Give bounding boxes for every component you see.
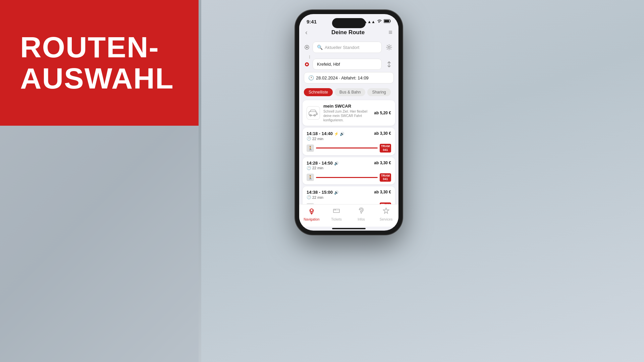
route-time-1: 14:28 - 14:50 🔊 🕐 22 min	[307, 161, 339, 170]
phone-screen: 9:41 ▲▲▲ ‹ Deine Route ≡	[299, 14, 398, 231]
screen-title: Deine Route	[331, 29, 365, 36]
status-time: 9:41	[307, 19, 317, 24]
battery-icon	[384, 19, 391, 24]
bottom-left-panel	[0, 126, 199, 362]
route-time-range-0: 14:18 - 14:40 ⚡ 🔊	[307, 131, 344, 136]
nav-item-services[interactable]: Services	[374, 207, 398, 221]
settings-icon-origin[interactable]	[384, 43, 394, 52]
destination-row: Krefeld, Hbf	[304, 59, 394, 70]
route-duration-2: 🕐 22 min	[307, 195, 339, 199]
hero-title: ROUTEN- AUSWAHL	[20, 32, 174, 94]
route-duration-1: 🕐 22 min	[307, 166, 339, 170]
route-item-0[interactable]: 14:18 - 14:40 ⚡ 🔊 🕐 22 min ab 3,30 € 🚶	[303, 128, 395, 155]
swcar-description: Schnell zum Ziel. Hier flexibel deine me…	[323, 109, 371, 122]
date-row[interactable]: 🕐 28.02.2024 · Abfahrt: 14:09	[304, 72, 394, 83]
route-duration-0: 🕐 22 min	[307, 136, 344, 141]
origin-input[interactable]: 🔍 Aktueller Standort	[313, 42, 382, 53]
services-nav-icon	[382, 207, 390, 217]
status-icons: ▲▲▲	[363, 19, 391, 24]
route-bottom-0: 🚶 TRAM041	[307, 142, 391, 153]
swap-icon[interactable]	[384, 60, 394, 69]
route-price-1: ab 3,30 €	[374, 161, 391, 165]
clock-icon: 🕐	[308, 75, 314, 80]
svg-point-3	[306, 47, 308, 48]
destination-dot-icon	[304, 61, 310, 67]
route-item-2[interactable]: 14:38 - 15:00 🔊 🕐 22 min ab 3,30 € 🚶	[303, 186, 395, 204]
tickets-nav-icon	[333, 207, 340, 217]
back-button[interactable]: ‹	[305, 28, 308, 36]
search-icon: 🔍	[317, 45, 323, 50]
tab-sharing[interactable]: Sharing	[367, 88, 390, 96]
swcar-info: mein SWCAR Schnell zum Ziel. Hier flexib…	[323, 104, 371, 122]
swcar-vehicle-icon	[307, 106, 320, 120]
route-price-2: ab 3,30 €	[374, 190, 391, 194]
svg-point-11	[335, 209, 336, 210]
route-line-1	[316, 177, 378, 178]
route-top-1: 14:28 - 14:50 🔊 🕐 22 min ab 3,30 €	[307, 161, 391, 170]
menu-button[interactable]: ≡	[388, 28, 392, 36]
infos-nav-label: Infos	[358, 218, 365, 221]
tab-schnelliste[interactable]: Schnelliste	[304, 88, 333, 96]
wifi-icon	[377, 19, 382, 24]
destination-input[interactable]: Krefeld, Hbf	[313, 59, 382, 70]
bottom-nav: Navigation Tickets Infos	[299, 204, 398, 227]
phone-device: 9:41 ▲▲▲ ‹ Deine Route ≡	[295, 10, 402, 235]
search-area: 🔍 Aktueller Standort	[299, 40, 398, 85]
svg-point-10	[310, 209, 313, 212]
svg-point-6	[306, 63, 308, 65]
route-time-0: 14:18 - 14:40 ⚡ 🔊 🕐 22 min	[307, 131, 344, 141]
route-line-0	[316, 147, 378, 148]
background-people	[201, 0, 644, 362]
tram-badge-1: TRAM041	[380, 173, 391, 182]
route-bottom-2: 🚶 TRAM041	[307, 201, 391, 204]
infos-nav-icon	[358, 207, 365, 217]
walk-icon-0: 🚶	[307, 144, 314, 152]
services-nav-label: Services	[380, 218, 392, 221]
hero-title-line2: AUSWAHL	[20, 62, 174, 95]
nav-item-navigation[interactable]: Navigation	[299, 207, 324, 221]
destination-value-text: Krefeld, Hbf	[317, 62, 340, 67]
nav-item-tickets[interactable]: Tickets	[324, 207, 349, 221]
route-time-2: 14:38 - 15:00 🔊 🕐 22 min	[307, 190, 339, 199]
route-top-2: 14:38 - 15:00 🔊 🕐 22 min ab 3,30 €	[307, 190, 391, 199]
swcar-card[interactable]: mein SWCAR Schnell zum Ziel. Hier flexib…	[303, 100, 395, 126]
route-price-0: ab 3,30 €	[374, 131, 391, 136]
svg-point-12	[361, 213, 362, 214]
origin-dot-icon	[304, 44, 310, 50]
route-item-1[interactable]: 14:28 - 14:50 🔊 🕐 22 min ab 3,30 € 🚶	[303, 157, 395, 185]
home-indicator	[332, 228, 366, 229]
route-top-0: 14:18 - 14:40 ⚡ 🔊 🕐 22 min ab 3,30 €	[307, 131, 391, 141]
dynamic-island	[332, 18, 366, 28]
navigation-nav-icon	[308, 207, 315, 217]
tram-badge-0: TRAM041	[380, 144, 391, 153]
route-bottom-1: 🚶 TRAM041	[307, 172, 391, 183]
nav-item-infos[interactable]: Infos	[349, 207, 374, 221]
hero-panel: ROUTEN- AUSWAHL	[0, 0, 199, 126]
swcar-title: mein SWCAR	[323, 104, 371, 109]
svg-rect-1	[384, 20, 389, 22]
walk-icon-1: 🚶	[307, 174, 314, 181]
hero-title-line1: ROUTEN-	[20, 31, 159, 64]
route-list: mein SWCAR Schnell zum Ziel. Hier flexib…	[299, 99, 398, 204]
route-time-range-1: 14:28 - 14:50 🔊	[307, 161, 339, 166]
svg-point-4	[388, 46, 390, 48]
origin-placeholder-text: Aktueller Standort	[325, 45, 359, 50]
tab-bus-bahn[interactable]: Bus & Bahn	[335, 88, 365, 96]
route-time-range-2: 14:38 - 15:00 🔊	[307, 190, 339, 195]
phone-wrapper: 9:41 ▲▲▲ ‹ Deine Route ≡	[295, 10, 402, 235]
origin-row: 🔍 Aktueller Standort	[304, 42, 394, 53]
navigation-nav-label: Navigation	[304, 218, 319, 221]
date-value-text: 28.02.2024 · Abfahrt: 14:09	[316, 75, 369, 80]
filter-tabs: Schnelliste Bus & Bahn Sharing	[299, 85, 398, 99]
swcar-price: ab 5,20 €	[374, 111, 391, 115]
tickets-nav-label: Tickets	[331, 218, 341, 221]
